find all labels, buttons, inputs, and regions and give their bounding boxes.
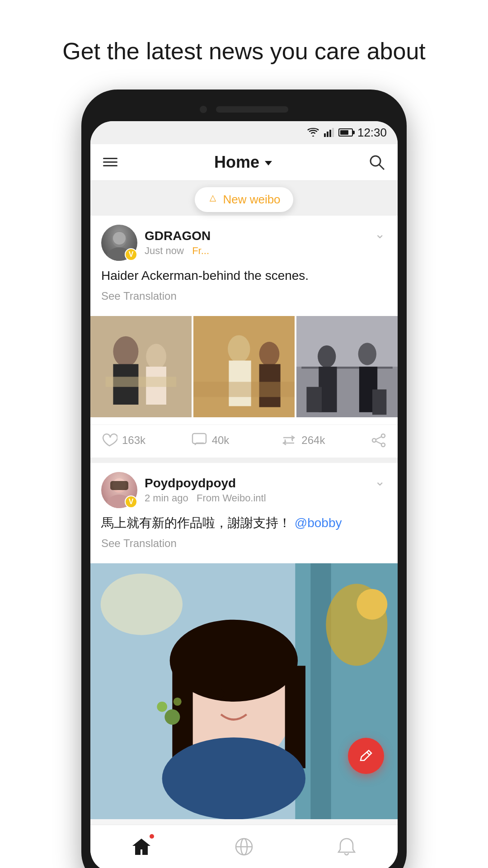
repost-button-1[interactable]: 264k [281, 432, 371, 448]
status-time: 12:30 [357, 126, 387, 140]
repost-count-1: 264k [301, 434, 325, 447]
share-button-1[interactable] [371, 432, 387, 448]
svg-rect-2 [329, 130, 331, 137]
post-1-images [90, 316, 398, 417]
svg-rect-1 [327, 132, 328, 137]
headline: Get the latest news you care about [35, 0, 453, 90]
post-2-mention[interactable]: @bobby [295, 516, 342, 530]
bottom-nav [90, 825, 398, 868]
svg-point-26 [358, 343, 376, 365]
svg-rect-22 [296, 316, 398, 367]
phone-shell: 12:30 Home [81, 90, 407, 868]
svg-point-4 [371, 156, 380, 166]
svg-point-52 [243, 689, 258, 699]
phone-notch [90, 106, 398, 121]
svg-point-10 [113, 336, 138, 366]
svg-point-12 [146, 344, 166, 369]
nav-notifications[interactable] [327, 832, 366, 861]
nav-home[interactable] [122, 832, 161, 861]
svg-rect-28 [306, 387, 322, 412]
svg-point-55 [164, 709, 180, 725]
phone-screen: 12:30 Home [90, 121, 398, 868]
app-header: Home [90, 144, 398, 181]
camera-dot [200, 106, 207, 113]
svg-rect-30 [192, 434, 206, 443]
post-1-username: GDRAGON [145, 229, 211, 243]
post-2-see-translation[interactable]: See Translation [101, 537, 387, 550]
post-card-1: V GDRAGON Just now Fr... ⌄ Haider [90, 216, 398, 458]
post-1-img-2[interactable] [193, 316, 295, 417]
new-weibo-banner[interactable]: New weibo [90, 181, 398, 216]
search-button[interactable] [367, 152, 387, 172]
svg-point-32 [372, 439, 376, 442]
compose-fab[interactable] [348, 738, 384, 774]
post-2-username: Poydpoydpoyd [145, 476, 266, 491]
fab-container [348, 738, 384, 774]
svg-point-43 [101, 573, 183, 635]
svg-point-46 [357, 589, 387, 619]
post-1-engagement: 163k 40k [90, 425, 398, 458]
svg-point-56 [157, 702, 167, 712]
svg-rect-20 [193, 382, 295, 397]
post-2-text: 馬上就有新的作品啦，謝謝支持！ @bobby [101, 514, 387, 533]
svg-point-57 [174, 698, 182, 706]
status-bar: 12:30 [90, 121, 398, 144]
svg-point-31 [381, 434, 385, 438]
svg-point-24 [318, 345, 336, 368]
svg-point-51 [210, 689, 225, 699]
svg-point-16 [228, 335, 250, 362]
svg-line-34 [376, 437, 381, 439]
svg-line-35 [376, 441, 381, 444]
post-1-meta: Just now Fr... [145, 245, 211, 257]
verified-badge-gdragon: V [125, 248, 137, 261]
post-1-img-1[interactable] [90, 316, 192, 417]
feed: New weibo [90, 181, 398, 820]
post-1-img-3[interactable] [296, 316, 398, 417]
svg-rect-39 [110, 481, 128, 490]
svg-rect-0 [324, 133, 326, 137]
like-button-1[interactable]: 163k [101, 432, 191, 448]
svg-rect-9 [90, 316, 192, 417]
post-1-chevron[interactable]: ⌄ [373, 225, 387, 243]
like-count-1: 163k [122, 434, 145, 447]
comment-count-1: 40k [212, 434, 230, 447]
post-2-image[interactable] [90, 563, 398, 820]
dropdown-arrow-icon [265, 161, 272, 165]
battery-icon [338, 128, 353, 137]
signal-icon [324, 128, 334, 137]
svg-rect-29 [372, 389, 386, 415]
svg-point-8 [113, 232, 126, 245]
svg-point-54 [162, 737, 305, 819]
svg-line-5 [379, 165, 384, 170]
post-1-see-translation[interactable]: See Translation [101, 290, 387, 302]
nav-discover[interactable] [224, 832, 264, 861]
post-1-header: V GDRAGON Just now Fr... ⌄ [90, 216, 398, 266]
svg-line-58 [367, 752, 370, 755]
avatar-poyd[interactable]: V [101, 472, 137, 508]
post-1-body: Haider Ackerman-behind the scenes. See T… [90, 266, 398, 316]
post-2-body: 馬上就有新的作品啦，謝謝支持！ @bobby See Translation [90, 514, 398, 563]
post-card-2: V Poydpoydpoyd 2 min ago From Weibo.intl… [90, 463, 398, 820]
svg-rect-14 [106, 377, 177, 387]
comment-button-1[interactable]: 40k [191, 432, 281, 448]
svg-rect-3 [332, 128, 334, 137]
post-2-chevron[interactable]: ⌄ [373, 472, 387, 491]
svg-rect-23 [301, 367, 393, 368]
speaker-bar [216, 106, 288, 113]
menu-button[interactable] [101, 156, 119, 168]
svg-rect-42 [310, 563, 331, 820]
post-1-text: Haider Ackerman-behind the scenes. [101, 266, 387, 285]
post-2-meta: 2 min ago From Weibo.intl [145, 492, 266, 504]
verified-badge-poyd: V [125, 495, 137, 508]
svg-point-18 [259, 342, 280, 366]
home-title[interactable]: Home [214, 153, 272, 172]
avatar-gdragon[interactable]: V [101, 225, 137, 261]
post-2-header: V Poydpoydpoyd 2 min ago From Weibo.intl… [90, 463, 398, 514]
svg-point-33 [381, 443, 385, 447]
wifi-icon [307, 128, 319, 137]
new-weibo-label: New weibo [223, 193, 280, 207]
